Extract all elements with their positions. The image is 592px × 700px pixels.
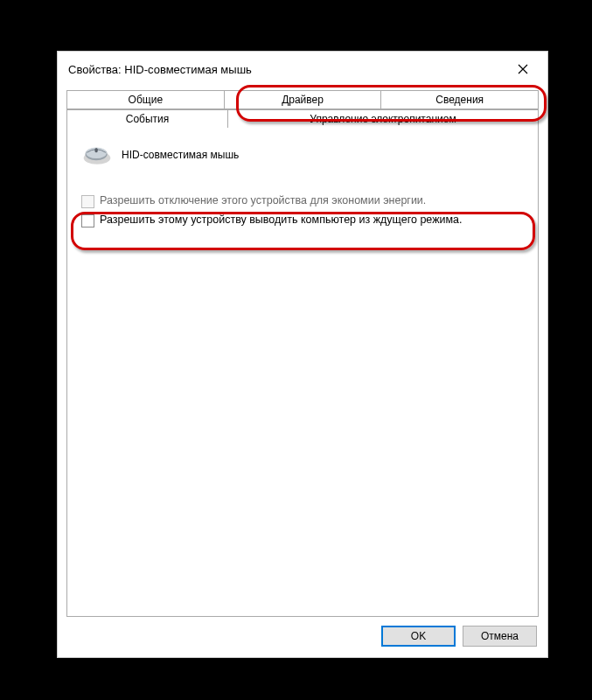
titlebar: Свойства: HID-совместимая мышь xyxy=(58,52,547,87)
mouse-icon xyxy=(81,144,113,166)
tab-content: HID-совместимая мышь Разрешить отключени… xyxy=(66,128,539,617)
ok-button[interactable]: OK xyxy=(381,626,456,647)
option-allow-wake[interactable]: Разрешить этому устройству выводить комп… xyxy=(81,214,527,228)
checkbox-turnoff xyxy=(81,195,94,208)
close-icon xyxy=(518,64,528,74)
properties-dialog: Свойства: HID-совместимая мышь Общие Дра… xyxy=(57,51,548,658)
svg-point-3 xyxy=(94,148,98,152)
tab-driver[interactable]: Драйвер xyxy=(224,90,382,109)
checkbox-wake[interactable] xyxy=(81,214,94,228)
tabs: Общие Драйвер Сведения События Управлени… xyxy=(66,90,539,128)
option-wake-label: Разрешить этому устройству выводить комп… xyxy=(100,214,463,226)
tab-power-management[interactable]: Управление электропитанием xyxy=(227,109,539,128)
tab-details[interactable]: Сведения xyxy=(380,90,539,109)
tab-events[interactable]: События xyxy=(66,109,228,128)
device-name: HID-совместимая мышь xyxy=(122,149,239,161)
close-button[interactable] xyxy=(509,59,537,80)
dialog-title: Свойства: HID-совместимая мышь xyxy=(68,63,509,76)
button-bar: OK Отмена xyxy=(58,617,547,657)
tab-general[interactable]: Общие xyxy=(66,90,225,109)
option-turnoff-label: Разрешить отключение этого устройства дл… xyxy=(100,194,426,206)
cancel-button[interactable]: Отмена xyxy=(463,626,537,647)
option-allow-turnoff: Разрешить отключение этого устройства дл… xyxy=(81,194,527,208)
